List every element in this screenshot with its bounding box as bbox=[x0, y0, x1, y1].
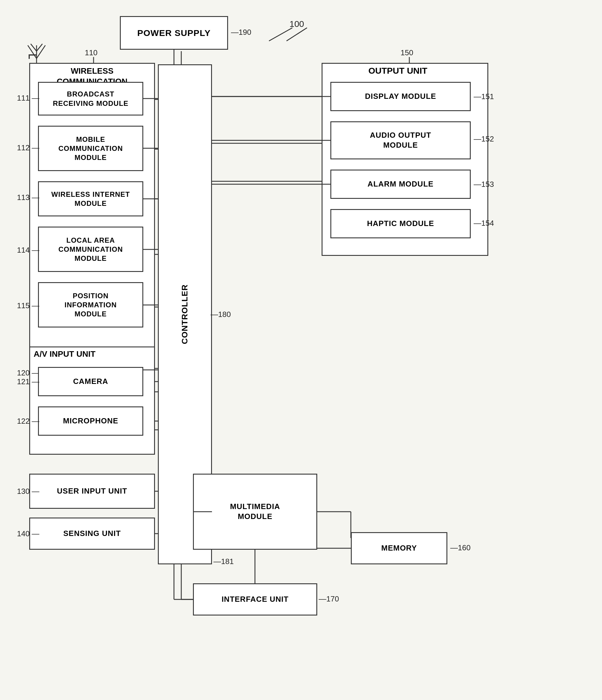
ref-160: —160 bbox=[450, 543, 471, 552]
ref-152: —152 bbox=[474, 134, 494, 144]
ref-112: 112 — bbox=[17, 143, 40, 152]
ref-113: 113 — bbox=[17, 193, 40, 202]
ref-153: —153 bbox=[474, 180, 494, 189]
output-unit-label: OUTPUT UNIT bbox=[368, 66, 427, 76]
ref-170: —170 bbox=[319, 595, 339, 603]
ref-100: 100 bbox=[290, 19, 304, 29]
antenna-symbol: ⌐ bbox=[28, 45, 37, 64]
mobile-comm-box: MOBILECOMMUNICATIONMODULE bbox=[38, 126, 143, 171]
interface-unit-box: INTERFACE UNIT bbox=[193, 583, 317, 616]
av-input-label: A/V INPUT UNIT bbox=[34, 349, 96, 359]
alarm-module-box: ALARM MODULE bbox=[330, 170, 471, 199]
ref-154: —154 bbox=[474, 219, 494, 228]
broadcast-rcv-box: BROADCASTRECEIVING MODULE bbox=[38, 82, 143, 116]
multimedia-box: MULTIMEDIAMODULE bbox=[193, 474, 317, 550]
svg-line-25 bbox=[36, 44, 42, 51]
ref-122: 122 — bbox=[17, 417, 40, 426]
haptic-module-box: HAPTIC MODULE bbox=[330, 209, 471, 238]
sensing-box: SENSING UNIT bbox=[29, 518, 155, 550]
ref-180: —180 bbox=[210, 310, 231, 319]
position-info-box: POSITIONINFORMATIONMODULE bbox=[38, 282, 143, 327]
camera-box: CAMERA bbox=[38, 367, 143, 396]
ref-121: 121 — bbox=[17, 377, 40, 386]
ref-111: 111 — bbox=[17, 94, 40, 103]
power-supply-box: POWER SUPPLY bbox=[120, 16, 228, 50]
ref-110: 110 bbox=[85, 48, 97, 57]
ref-120: 120 — bbox=[17, 369, 40, 377]
audio-output-box: AUDIO OUTPUTMODULE bbox=[330, 121, 471, 159]
local-area-box: LOCAL AREACOMMUNICATIONMODULE bbox=[38, 227, 143, 272]
ref-190: —190 bbox=[231, 28, 251, 37]
user-input-box: USER INPUT UNIT bbox=[29, 474, 155, 509]
svg-line-20 bbox=[269, 28, 292, 41]
ref-140: 140 — bbox=[17, 529, 40, 538]
ref-130: 130 — bbox=[17, 487, 40, 496]
ref-151: —151 bbox=[474, 92, 494, 101]
svg-line-27 bbox=[286, 28, 307, 41]
av-input-box bbox=[29, 347, 155, 455]
svg-line-23 bbox=[36, 45, 45, 58]
microphone-box: MICROPHONE bbox=[38, 406, 143, 436]
ref-181: —181 bbox=[214, 557, 234, 566]
memory-box: MEMORY bbox=[351, 532, 447, 564]
display-module-box: DISPLAY MODULE bbox=[330, 82, 471, 111]
ref-115: 115 — bbox=[17, 301, 40, 310]
ref-150: 150 bbox=[401, 48, 413, 57]
wireless-internet-box: WIRELESS INTERNETMODULE bbox=[38, 181, 143, 216]
ref-114: 114 — bbox=[17, 246, 40, 255]
